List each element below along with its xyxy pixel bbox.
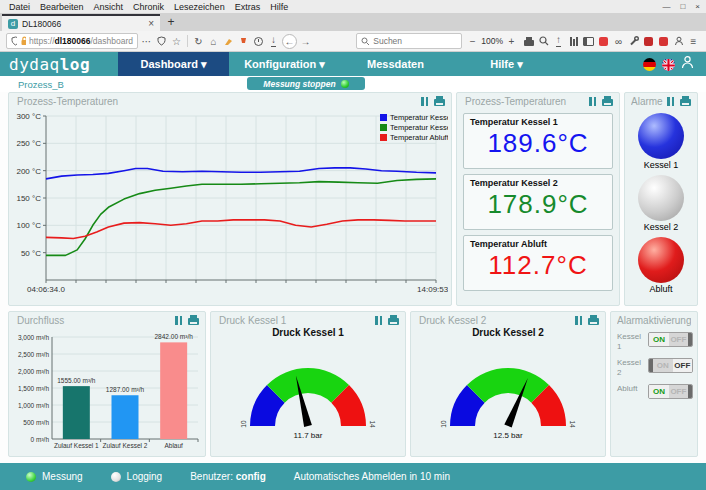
print-icon[interactable] <box>434 99 445 106</box>
app-logo[interactable]: dydaqlog <box>0 55 118 74</box>
download-icon[interactable]: ↓ <box>267 34 280 49</box>
user-name: config <box>236 471 266 482</box>
tracking-shield-icon[interactable] <box>155 34 168 49</box>
pdf-icon[interactable] <box>642 34 655 49</box>
svg-text:04:06:34.0: 04:06:34.0 <box>27 285 65 294</box>
search-input[interactable] <box>373 36 453 46</box>
library-icon[interactable] <box>567 34 580 49</box>
panel-title: Prozess-Temperaturen <box>465 96 589 107</box>
menu-hilfe[interactable]: Hilfe <box>265 2 293 12</box>
svg-text:2,000 m³/h: 2,000 m³/h <box>18 368 49 375</box>
pause-icon[interactable] <box>667 97 674 106</box>
menu-ansicht[interactable]: Ansicht <box>89 2 129 12</box>
bookmark-star-icon[interactable]: ☆ <box>170 34 183 49</box>
svg-text:2,500 m³/h: 2,500 m³/h <box>18 351 49 358</box>
toggle-on-label: ON <box>649 385 668 398</box>
panel-title: Druck Kessel 1 <box>219 315 375 326</box>
svg-text:50 °C: 50 °C <box>21 249 41 258</box>
overflow-dots-icon[interactable]: ⋯ <box>140 34 153 49</box>
pause-icon[interactable] <box>589 97 596 106</box>
printer-icon[interactable] <box>522 34 535 49</box>
maximize-button[interactable]: □ <box>680 2 685 11</box>
clock-icon[interactable] <box>252 34 265 49</box>
highlighter-icon[interactable] <box>222 34 235 49</box>
panel-pressure-kessel-2: Druck Kessel 2 Druck Kessel 2 101412.5 b… <box>410 311 606 457</box>
menu-extras[interactable]: Extras <box>230 2 266 12</box>
zoom-search-icon[interactable] <box>537 34 550 49</box>
browser-tab[interactable]: d DL180066 × <box>2 14 160 31</box>
home-icon[interactable]: ⌂ <box>207 34 220 49</box>
close-button[interactable]: × <box>695 2 700 11</box>
dashboard: Prozess-Temperaturen 300 °C250 °C200 °C1… <box>0 92 706 463</box>
menu-chronik[interactable]: Chronik <box>128 2 169 12</box>
svg-text:2842.00 m³/h: 2842.00 m³/h <box>155 333 194 340</box>
pocket-icon[interactable] <box>237 34 250 49</box>
reload-icon[interactable]: ↻ <box>192 34 205 49</box>
svg-text:Zulauf Kessel 2: Zulauf Kessel 2 <box>103 442 148 449</box>
zoom-level[interactable]: 100% <box>481 36 503 46</box>
temp-value-box: Temperatur Abluft112.7°C <box>463 235 613 291</box>
sidebar-icon[interactable] <box>582 34 595 49</box>
alarm-led-label: Kessel 1 <box>625 160 697 170</box>
toggle-kessel-2[interactable]: ONOFF <box>648 358 693 373</box>
process-name: Prozess_B <box>18 79 64 90</box>
new-tab-button[interactable]: + <box>160 15 182 31</box>
forward-icon[interactable]: → <box>299 34 312 49</box>
pause-icon[interactable] <box>175 316 182 325</box>
search-bar[interactable] <box>356 33 462 49</box>
browser-toolbar: https://dl180066/dashboard ⋯ ☆ ↻ ⌂ ↓ ← →… <box>0 31 706 52</box>
print-icon[interactable] <box>602 99 613 106</box>
pause-icon[interactable] <box>375 316 382 325</box>
zoom-in-button[interactable]: + <box>505 34 518 49</box>
nav-item-konfiguration[interactable]: Konfiguration ▾ <box>229 52 340 76</box>
print-icon[interactable] <box>680 99 691 106</box>
pause-icon[interactable] <box>421 97 428 106</box>
url-bar[interactable]: https://dl180066/dashboard <box>6 33 138 49</box>
account-icon[interactable] <box>672 34 685 49</box>
svg-text:Temperatur Kessel 2: Temperatur Kessel 2 <box>390 123 448 132</box>
lock-icon[interactable] <box>20 36 26 46</box>
alarm-activation-row: Kessel 1ONOFF <box>611 327 697 353</box>
back-icon[interactable]: ← <box>282 34 297 49</box>
measurement-status-led <box>26 472 36 482</box>
german-flag-icon[interactable] <box>643 58 656 71</box>
pressure-gauge-2: 101412.5 bar <box>414 340 602 444</box>
toggle-off-label: OFF <box>669 333 688 346</box>
nav-item-dashboard[interactable]: Dashboard ▾ <box>118 52 229 76</box>
print-icon[interactable] <box>588 318 599 325</box>
menu-lesezeichen[interactable]: Lesezeichen <box>169 2 230 12</box>
subheader: Prozess_B Messung stoppen <box>0 76 706 92</box>
print-icon[interactable] <box>188 318 199 325</box>
minimize-button[interactable]: — <box>662 2 670 11</box>
temp-value-box: Temperatur Kessel 1189.6°C <box>463 113 613 169</box>
panel-process-temperatures-chart: Prozess-Temperaturen 300 °C250 °C200 °C1… <box>8 92 452 306</box>
menu-bearbeiten[interactable]: Bearbeiten <box>35 2 89 12</box>
svg-text:1555.00 m³/h: 1555.00 m³/h <box>57 377 96 384</box>
menu-datei[interactable]: Datei <box>4 2 35 12</box>
british-flag-icon[interactable] <box>662 58 675 71</box>
toggle-kessel-1[interactable]: ONOFF <box>648 332 693 347</box>
panel-process-temperatures-values: Prozess-Temperaturen Temperatur Kessel 1… <box>456 92 620 306</box>
video-download-icon[interactable] <box>657 34 670 49</box>
temp-value-number: 189.6°C <box>470 128 606 159</box>
zoom-out-button[interactable]: − <box>466 34 479 49</box>
pause-icon[interactable] <box>575 316 582 325</box>
save-icon[interactable]: ↑ <box>552 34 565 49</box>
search-icon <box>361 37 370 46</box>
tab-close-icon[interactable]: × <box>148 18 154 29</box>
svg-text:250 °C: 250 °C <box>16 139 41 148</box>
svg-text:3,000 m³/h: 3,000 m³/h <box>18 334 49 341</box>
menu-icon[interactable]: ≡ <box>687 34 700 49</box>
vpn-icon[interactable]: ∞ <box>612 34 625 49</box>
user-account-icon[interactable] <box>681 55 694 73</box>
developer-icon[interactable] <box>627 34 640 49</box>
alarm-led-label: Kessel 2 <box>625 222 697 232</box>
nav-item-hilfe[interactable]: Hilfe ▾ <box>451 52 562 76</box>
shield-icon[interactable] <box>11 36 17 46</box>
print-icon[interactable] <box>388 318 399 325</box>
adblock-icon[interactable] <box>597 34 610 49</box>
svg-text:1287.00 m³/h: 1287.00 m³/h <box>106 386 145 393</box>
toggle-abluft[interactable]: ONOFF <box>648 384 693 399</box>
nav-item-messdaten[interactable]: Messdaten <box>340 52 451 76</box>
stop-measurement-button[interactable]: Messung stoppen <box>247 77 365 90</box>
